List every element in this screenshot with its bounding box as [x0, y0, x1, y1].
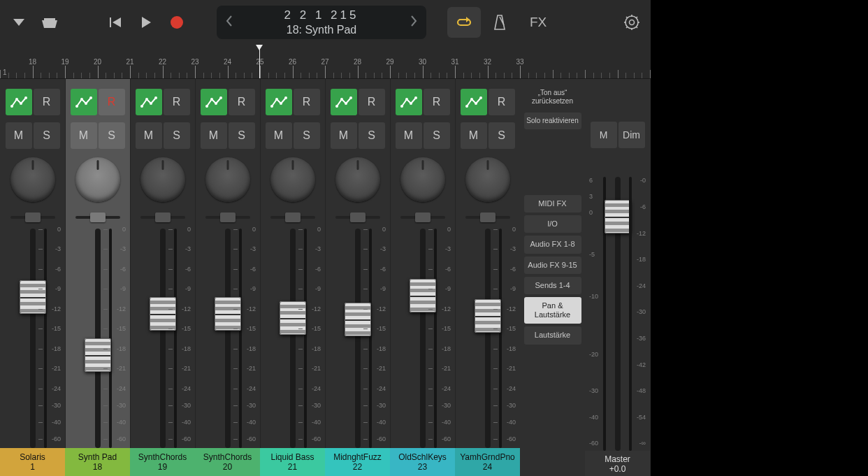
trim-slider[interactable] — [75, 216, 120, 219]
channel-label[interactable]: Solaris1 — [0, 448, 65, 476]
mixer-view-option[interactable]: Lautstärke — [524, 326, 581, 344]
trim-slider[interactable] — [465, 216, 510, 219]
record-enable-button[interactable]: R — [164, 89, 190, 115]
mute-button[interactable]: M — [396, 122, 422, 149]
automation-button[interactable] — [136, 89, 162, 115]
trim-slider[interactable] — [205, 216, 250, 219]
mute-button[interactable]: M — [461, 122, 487, 149]
reset-mute-button[interactable]: „Ton aus“ zurücksetzen — [524, 85, 581, 110]
record-enable-button[interactable]: R — [424, 89, 450, 115]
master-fader[interactable] — [615, 177, 621, 451]
solo-button[interactable]: S — [489, 122, 515, 149]
play-button[interactable] — [134, 10, 158, 34]
mixer-view-option[interactable]: Sends 1-4 — [524, 277, 581, 294]
trim-slider[interactable] — [10, 216, 55, 219]
solo-button[interactable]: S — [99, 122, 125, 149]
trim-slider[interactable] — [270, 216, 315, 219]
master-dim-button[interactable]: Dim — [619, 122, 645, 148]
mixer-view-option[interactable]: Audio FX 9-15 — [524, 257, 581, 274]
volume-fader[interactable] — [420, 229, 426, 448]
pan-knob[interactable] — [270, 157, 315, 202]
channel-label[interactable]: OldSchlKeys23 — [390, 448, 455, 476]
channel-strip[interactable]: RMS0-3-6-9-12-15-18-21-24-30-40-60SynthC… — [130, 79, 195, 476]
record-enable-button[interactable]: R — [229, 89, 255, 115]
trim-slider[interactable] — [335, 216, 380, 219]
channel-strip[interactable]: RMS0-3-6-9-12-15-18-21-24-30-40-60Synth … — [65, 79, 130, 476]
next-patch-button[interactable] — [407, 15, 421, 30]
automation-button[interactable] — [461, 89, 487, 115]
fx-button[interactable]: FX — [530, 15, 547, 30]
fader-cap[interactable] — [215, 297, 241, 331]
mixer-view-option[interactable]: I/O — [524, 215, 581, 233]
automation-button[interactable] — [71, 89, 97, 115]
solo-button[interactable]: S — [424, 122, 450, 149]
fader-cap[interactable] — [150, 297, 176, 331]
mixer-view-option[interactable]: Audio FX 1-8 — [524, 236, 581, 253]
metronome-button[interactable] — [488, 10, 512, 34]
volume-fader[interactable] — [290, 229, 296, 448]
channel-strip[interactable]: RMS0-3-6-9-12-15-18-21-24-30-40-60YamhGr… — [455, 79, 520, 476]
fader-cap[interactable] — [410, 279, 436, 312]
record-button[interactable] — [165, 10, 189, 34]
solo-button[interactable]: S — [359, 122, 385, 149]
pan-knob[interactable] — [400, 157, 445, 202]
channel-label[interactable]: Liquid Bass21 — [260, 448, 325, 476]
volume-fader[interactable] — [30, 229, 36, 448]
record-enable-button[interactable]: R — [489, 89, 515, 115]
cycle-button[interactable] — [447, 7, 481, 38]
mute-button[interactable]: M — [331, 122, 357, 149]
record-enable-button[interactable]: R — [34, 89, 60, 115]
automation-button[interactable] — [6, 89, 32, 115]
trim-slider[interactable] — [400, 216, 445, 219]
channel-label[interactable]: YamhGrndPno24 — [455, 448, 520, 476]
pan-knob[interactable] — [75, 157, 120, 202]
automation-button[interactable] — [396, 89, 422, 115]
solo-button[interactable]: S — [229, 122, 255, 149]
channel-strip[interactable]: RMS0-3-6-9-12-15-18-21-24-30-40-60Liquid… — [260, 79, 325, 476]
solo-button[interactable]: S — [294, 122, 320, 149]
lcd-display[interactable]: 2 2 1 215 18: Synth Pad — [217, 6, 426, 39]
mixer-view-option[interactable]: Pan & Lautstärke — [524, 297, 581, 324]
channel-strip[interactable]: RMS0-3-6-9-12-15-18-21-24-30-40-60Midngh… — [325, 79, 390, 476]
library-icon[interactable] — [38, 10, 62, 34]
pan-knob[interactable] — [465, 157, 510, 202]
channel-strip[interactable]: RMS0-3-6-9-12-15-18-21-24-30-40-60SynthC… — [195, 79, 260, 476]
pan-knob[interactable] — [140, 157, 185, 202]
fader-cap[interactable] — [280, 301, 306, 335]
channel-label[interactable]: SynthChords19 — [130, 448, 195, 476]
volume-fader[interactable] — [95, 229, 101, 448]
menu-dropdown-button[interactable] — [7, 10, 31, 34]
volume-fader[interactable] — [160, 229, 166, 448]
pan-knob[interactable] — [205, 157, 250, 202]
pan-knob[interactable] — [335, 157, 380, 202]
solo-button[interactable]: S — [34, 122, 60, 149]
master-fader-cap[interactable] — [605, 200, 631, 233]
channel-strip[interactable]: RMS0-3-6-9-12-15-18-21-24-30-40-60OldSch… — [390, 79, 455, 476]
mixer-view-option[interactable]: MIDI FX — [524, 195, 581, 212]
channel-label[interactable]: Synth Pad18 — [65, 448, 130, 476]
pan-knob[interactable] — [10, 157, 55, 202]
go-to-start-button[interactable] — [103, 10, 127, 34]
mute-button[interactable]: M — [201, 122, 227, 149]
record-enable-button[interactable]: R — [359, 89, 385, 115]
timeline-ruler[interactable]: 1 18192021222324252627282930313233 — [0, 45, 651, 79]
fader-cap[interactable] — [345, 303, 371, 336]
mute-button[interactable]: M — [136, 122, 162, 149]
solo-button[interactable]: S — [164, 122, 190, 149]
mute-button[interactable]: M — [71, 122, 97, 149]
fader-cap[interactable] — [475, 299, 501, 333]
channel-label[interactable]: SynthChords20 — [195, 448, 260, 476]
automation-button[interactable] — [201, 89, 227, 115]
prev-patch-button[interactable] — [222, 15, 236, 30]
mute-button[interactable]: M — [6, 122, 32, 149]
fader-cap[interactable] — [85, 338, 111, 372]
channel-strip[interactable]: RMS0-3-6-9-12-15-18-21-24-30-40-60Solari… — [0, 79, 65, 476]
settings-gear-icon[interactable] — [620, 10, 644, 34]
record-enable-button[interactable]: R — [294, 89, 320, 115]
trim-slider[interactable] — [140, 216, 185, 219]
master-mute-button[interactable]: M — [591, 122, 617, 148]
channel-label[interactable]: MidnghtFuzz22 — [325, 448, 390, 476]
mute-button[interactable]: M — [266, 122, 292, 149]
record-enable-button[interactable]: R — [99, 89, 125, 115]
solo-reactivate-button[interactable]: Solo reaktivieren — [524, 113, 581, 129]
